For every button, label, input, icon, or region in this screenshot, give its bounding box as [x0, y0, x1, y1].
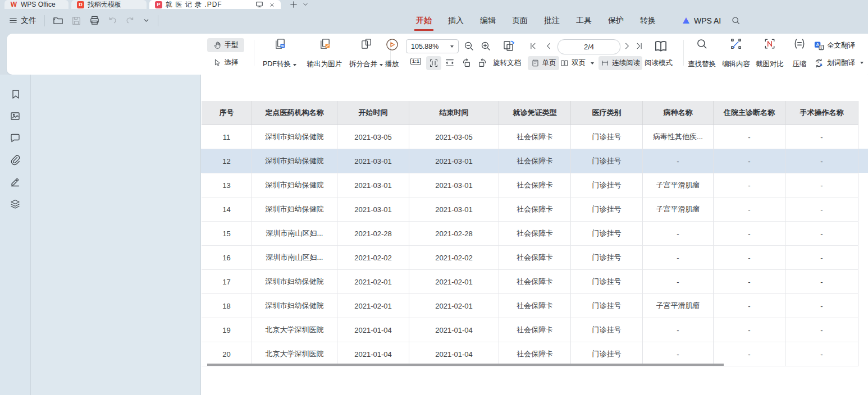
table-cell: -: [785, 149, 858, 173]
rotate-right-icon[interactable]: [477, 58, 487, 68]
hand-tool-button[interactable]: 手型: [207, 38, 244, 52]
comments-icon[interactable]: [8, 132, 22, 144]
compress-label: 压缩: [793, 60, 807, 68]
file-menu-button[interactable]: 文件: [9, 16, 36, 26]
zoom-level-select[interactable]: 105.88%: [406, 39, 459, 53]
play-button[interactable]: 播放: [380, 38, 404, 69]
menu-tab-转换[interactable]: 转换: [640, 16, 656, 26]
table-cell: -: [785, 294, 858, 318]
new-tab-icon[interactable]: [290, 1, 298, 8]
table-cell: 门诊挂号: [571, 246, 643, 270]
save-icon[interactable]: [71, 16, 81, 26]
side-panel-area: [31, 75, 200, 395]
app-tab-docer[interactable]: D 找稻壳模板: [71, 0, 147, 9]
table-cell: 子宫平滑肌瘤: [643, 294, 714, 318]
rotate-pages-icon[interactable]: [502, 39, 515, 53]
menu-tab-保护[interactable]: 保护: [608, 16, 624, 26]
zoom-in-icon[interactable]: [480, 40, 491, 52]
menu-tab-插入[interactable]: 插入: [448, 16, 464, 26]
first-page-icon[interactable]: [529, 42, 537, 50]
compress-button[interactable]: 压缩: [787, 38, 812, 69]
rotate-document-label: 旋转文档: [493, 58, 521, 68]
undo-icon[interactable]: [108, 16, 117, 25]
signature-icon[interactable]: [8, 176, 22, 188]
table-cell: -: [785, 173, 858, 198]
attachments-icon[interactable]: [8, 154, 22, 166]
rotate-left-icon[interactable]: [462, 58, 472, 68]
document-tab-pdf[interactable]: P 就 医 记 录 .PDF: [149, 0, 281, 9]
fit-width-icon[interactable]: [445, 58, 455, 68]
column-header: 就诊凭证类型: [499, 101, 571, 125]
fit-page-button[interactable]: [426, 56, 441, 70]
bookmark-icon[interactable]: [8, 88, 22, 100]
single-page-button[interactable]: 单页: [528, 56, 559, 70]
table-cell: 深圳市妇幼保健院: [252, 270, 337, 294]
thumbnails-icon[interactable]: [8, 110, 22, 122]
zoom-level-value: 105.88%: [411, 43, 438, 50]
read-mode-button[interactable]: 阅读模式: [645, 56, 673, 70]
table-cell: 2021-01-04: [337, 318, 409, 342]
table-cell: -: [714, 270, 785, 294]
app-tab-wps-office[interactable]: W WPS Office: [4, 0, 68, 9]
menu-tab-页面[interactable]: 页面: [512, 16, 528, 26]
table-cell: 社会保障卡: [499, 294, 571, 318]
redo-icon[interactable]: [125, 16, 135, 25]
table-cell: 门诊挂号: [571, 173, 643, 198]
last-page-icon[interactable]: [636, 42, 643, 50]
word-translate-label: 划词翻译: [827, 58, 855, 68]
table-cell: -: [714, 173, 785, 198]
word-translate-button[interactable]: 文A 划词翻译: [814, 56, 864, 70]
edit-content-button[interactable]: 编辑内容: [719, 38, 753, 69]
table-cell: 2021-03-01: [409, 173, 499, 198]
table-cell: -: [714, 222, 785, 246]
two-page-button[interactable]: 双页: [560, 56, 594, 70]
table-cell: -: [643, 149, 714, 173]
wps-ai-logo-icon: [682, 17, 691, 25]
two-page-icon: [560, 59, 569, 67]
screenshot-compare-button[interactable]: 截图对比: [753, 38, 787, 69]
table-cell: 2021-02-02: [337, 246, 409, 270]
quick-access-chevron-icon[interactable]: [143, 17, 150, 24]
table-cell: 子宫平滑肌瘤: [643, 198, 714, 222]
find-replace-button[interactable]: 查找替换: [684, 38, 719, 69]
next-page-icon[interactable]: [623, 42, 631, 50]
search-icon: [696, 38, 708, 50]
continuous-reading-button[interactable]: 连续阅读: [599, 56, 642, 70]
menu-tab-工具[interactable]: 工具: [576, 16, 592, 26]
table-cell: 2021-03-01: [337, 173, 409, 198]
full-translate-button[interactable]: A文 全文翻译: [814, 39, 855, 52]
actual-size-button[interactable]: 1:1: [410, 58, 421, 65]
file-menu-label: 文件: [21, 16, 36, 26]
page-number-input[interactable]: 2/4: [558, 39, 620, 54]
table-cell: 门诊挂号: [571, 125, 643, 149]
menu-tab-编辑[interactable]: 编辑: [480, 16, 496, 26]
pdf-convert-button[interactable]: W PDF转换: [257, 38, 303, 69]
open-file-icon[interactable]: [53, 15, 63, 26]
tab-list-chevron-icon[interactable]: [302, 1, 309, 8]
docer-logo-icon: D: [77, 1, 84, 8]
wps-ai-button[interactable]: WPS AI: [682, 16, 721, 25]
table-cell: 社会保障卡: [499, 198, 571, 222]
zoom-out-icon[interactable]: [463, 40, 474, 52]
menu-tab-开始[interactable]: 开始: [416, 16, 432, 26]
rotate-document-button[interactable]: 旋转文档: [493, 56, 521, 70]
menu-search-icon[interactable]: [731, 16, 741, 25]
select-tool-button[interactable]: 选择: [207, 56, 244, 70]
close-tab-icon[interactable]: [269, 2, 275, 8]
export-image-button[interactable]: 输出为图片: [303, 38, 346, 69]
print-icon[interactable]: [89, 15, 100, 26]
window-tab-bar: W WPS Office D 找稻壳模板 P 就 医 记 录 .PDF: [0, 0, 868, 9]
previous-page-icon[interactable]: [545, 42, 552, 50]
pdf-convert-icon: W: [273, 38, 286, 50]
read-mode-label: 阅读模式: [645, 58, 673, 68]
table-cell: 2021-02-01: [409, 294, 499, 318]
screen-share-icon[interactable]: [255, 1, 263, 8]
table-cell: -: [785, 270, 858, 294]
table-cell: 深圳市南山区妇...: [252, 246, 337, 270]
table-cell: 门诊挂号: [571, 342, 643, 366]
menu-tab-批注[interactable]: 批注: [544, 16, 560, 26]
chevron-down-icon: [591, 62, 594, 65]
layers-icon[interactable]: [8, 198, 22, 210]
table-cell: -: [714, 149, 785, 173]
read-mode-icon[interactable]: [654, 39, 668, 53]
